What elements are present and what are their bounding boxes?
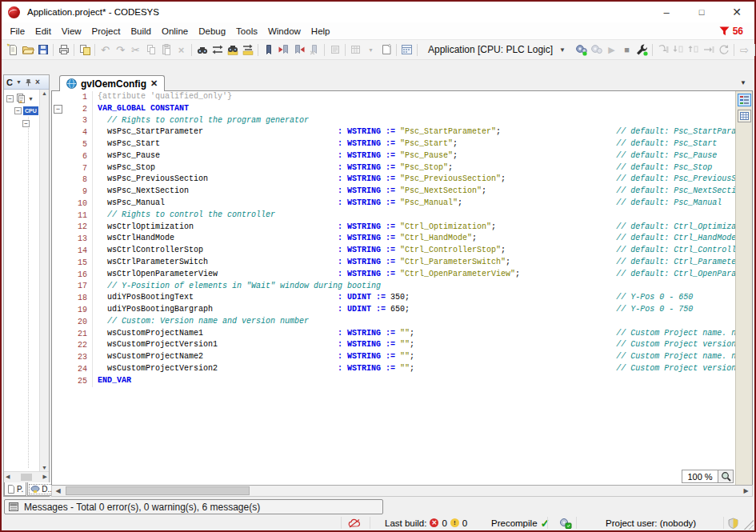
code-line[interactable]: 13 wsCtrlHandMode : WSTRING := "Ctrl_Han…	[52, 233, 735, 245]
tab-list-dropdown-icon[interactable]: ▼	[740, 79, 746, 86]
single-cycle-icon[interactable]: ⇨	[737, 42, 752, 58]
tab-pous[interactable]: P.	[4, 482, 26, 496]
find-icon[interactable]	[194, 42, 210, 58]
tab-gvloemconfig[interactable]: gvlOemConfig ✕	[59, 75, 165, 91]
insert-table-icon[interactable]	[348, 42, 363, 58]
step-over-icon[interactable]	[655, 42, 670, 58]
tree-node-cpu[interactable]: CPU	[23, 106, 38, 115]
cut-icon[interactable]: ✂	[128, 42, 143, 58]
code-line[interactable]: 24 wsCustomProjectVersion2 : WSTRING := …	[52, 363, 735, 375]
application-selector[interactable]: Application [CPU: PLC Logic] ▼	[425, 43, 569, 56]
close-button[interactable]: ✕	[719, 2, 754, 22]
new-project-icon[interactable]	[5, 42, 20, 58]
replace-icon[interactable]	[210, 42, 225, 58]
undo-icon[interactable]: ↶	[98, 42, 113, 58]
step-into-icon[interactable]	[670, 42, 686, 58]
code-line[interactable]: 6 wsPsc_Pause : WSTRING := "Psc_Pause"; …	[52, 150, 735, 162]
resize-grip[interactable]	[744, 520, 754, 530]
build-icon[interactable]	[399, 42, 414, 58]
code-line[interactable]: 22 wsCustomProjectVersion1 : WSTRING := …	[52, 339, 735, 351]
scroll-right-icon[interactable]: ▶	[740, 487, 752, 494]
tabular-view-button[interactable]	[738, 110, 751, 122]
fold-collapse-icon[interactable]: −	[54, 105, 62, 114]
sidebar-vertical-scrollbar[interactable]: ▲ ▼	[39, 90, 49, 471]
menu-view[interactable]: View	[56, 24, 86, 38]
panel-close-icon[interactable]: ×	[35, 78, 40, 86]
code-line[interactable]: 20 // Custom: Version name and version n…	[52, 316, 735, 328]
menu-debug[interactable]: Debug	[194, 24, 231, 38]
code-line[interactable]: 12 wsCtrlOptimization : WSTRING := "Ctrl…	[52, 222, 735, 234]
code-line[interactable]: 5 wsPsc_Start : WSTRING := "Psc_Start"; …	[52, 138, 735, 150]
scroll-up-icon[interactable]: ▲	[42, 90, 47, 96]
menu-online[interactable]: Online	[156, 24, 193, 38]
code-line[interactable]: 8 wsPsc_PreviousSection : WSTRING := "Ps…	[52, 174, 735, 186]
menu-build[interactable]: Build	[126, 24, 157, 38]
run-to-cursor-icon[interactable]	[701, 42, 716, 58]
menu-help[interactable]: Help	[306, 24, 335, 38]
expand-collapse-icon[interactable]: −	[22, 120, 30, 127]
code-line[interactable]: −2VAR_GLOBAL CONSTANT	[52, 103, 735, 115]
code-line[interactable]: 23 wsCustomProjectName2 : WSTRING := "";…	[52, 351, 735, 363]
scrollbar-thumb[interactable]	[66, 486, 250, 495]
reset-icon[interactable]	[716, 42, 731, 58]
menu-edit[interactable]: Edit	[30, 24, 57, 38]
minimize-button[interactable]: –	[649, 2, 684, 22]
code-editor[interactable]: 1{attribute 'qualified_only'}−2VAR_GLOBA…	[52, 91, 735, 485]
menu-project[interactable]: Project	[86, 24, 126, 38]
copy-icon[interactable]	[143, 42, 158, 58]
textual-view-button[interactable]	[738, 94, 751, 106]
code-line[interactable]: 21 wsCustomProjectName1 : WSTRING := "";…	[52, 328, 735, 340]
code-line[interactable]: 19 udiYPosBootingBargraph : UDINT := 650…	[52, 304, 735, 316]
menu-tools[interactable]: Tools	[231, 24, 263, 38]
devices-panel-header[interactable]: C ▼ ×	[4, 75, 49, 90]
new-pou-icon[interactable]	[378, 42, 394, 58]
code-line[interactable]: 4 wsPsc_StartParameter : WSTRING := "Psc…	[52, 126, 735, 138]
code-line[interactable]: 16 wsCtrlOpenParameterView : WSTRING := …	[52, 269, 735, 281]
notification-area[interactable]: 56	[719, 26, 743, 37]
code-line[interactable]: 1{attribute 'qualified_only'}	[52, 91, 735, 103]
scroll-right-icon[interactable]: ▶	[43, 474, 47, 480]
expand-collapse-icon[interactable]: −	[14, 107, 22, 114]
code-line[interactable]: 14 wsCtrlControllerStop : WSTRING := "Ct…	[52, 245, 735, 257]
code-line[interactable]: 25END_VAR	[52, 375, 735, 387]
logout-icon[interactable]	[589, 42, 604, 58]
pin-icon[interactable]	[25, 75, 32, 90]
tree-dropdown-icon[interactable]: ▼	[28, 96, 34, 102]
login-icon[interactable]	[574, 42, 589, 58]
code-line[interactable]: 9 wsPsc_NextSection : WSTRING := "Psc_Ne…	[52, 186, 735, 198]
code-line[interactable]: 11 // Rights to control the controller	[52, 210, 735, 222]
find-in-project-icon[interactable]	[225, 42, 240, 58]
sidebar-horizontal-scrollbar[interactable]: ◀ ▶	[4, 471, 49, 482]
zoom-level[interactable]: 100 %	[682, 470, 718, 483]
expand-collapse-icon[interactable]: −	[6, 95, 14, 102]
code-line[interactable]: 3 // Rights to control the program gener…	[52, 115, 735, 127]
delete-icon[interactable]: ×	[174, 42, 189, 58]
replace-in-project-icon[interactable]	[240, 42, 255, 58]
step-out-icon[interactable]	[686, 42, 701, 58]
tab-close-icon[interactable]: ✕	[150, 78, 158, 89]
stop-icon[interactable]: ■	[619, 42, 634, 58]
code-line[interactable]: 18 udiYPosBootingText : UDINT := 350; //…	[52, 292, 735, 304]
menu-file[interactable]: File	[5, 24, 30, 38]
next-bookmark-icon[interactable]	[291, 42, 306, 58]
scroll-left-icon[interactable]: ◀	[6, 474, 10, 480]
save-icon[interactable]	[35, 42, 50, 58]
menu-window[interactable]: Window	[262, 24, 306, 38]
bookmark-icon[interactable]	[261, 42, 276, 58]
edit-object-icon[interactable]	[327, 42, 342, 58]
run-icon[interactable]: ▶	[604, 42, 619, 58]
code-line[interactable]: 15 wsCtrlParameterSwitch : WSTRING := "C…	[52, 257, 735, 269]
dropdown-small-icon[interactable]: ▼	[363, 42, 378, 58]
code-line[interactable]: 10 wsPsc_Manual : WSTRING := "Psc_Manual…	[52, 198, 735, 210]
panel-menu-icon[interactable]: ▼	[16, 79, 22, 85]
paste-icon[interactable]	[158, 42, 174, 58]
online-config-icon[interactable]	[634, 42, 650, 58]
open-project-icon[interactable]	[20, 42, 35, 58]
device-tree[interactable]: − ▼ − CPU −	[4, 90, 39, 471]
clear-bookmarks-icon[interactable]	[306, 42, 322, 58]
code-line[interactable]: 17 // Y-Position of elements in "Wait" w…	[52, 281, 735, 293]
scroll-left-icon[interactable]: ◀	[52, 487, 64, 494]
redo-icon[interactable]: ↷	[113, 42, 128, 58]
code-line[interactable]: 7 wsPsc_Stop : WSTRING := "Psc_Stop"; //…	[52, 162, 735, 174]
messages-bar[interactable]: Messages - Total 0 error(s), 0 warning(s…	[4, 499, 383, 514]
